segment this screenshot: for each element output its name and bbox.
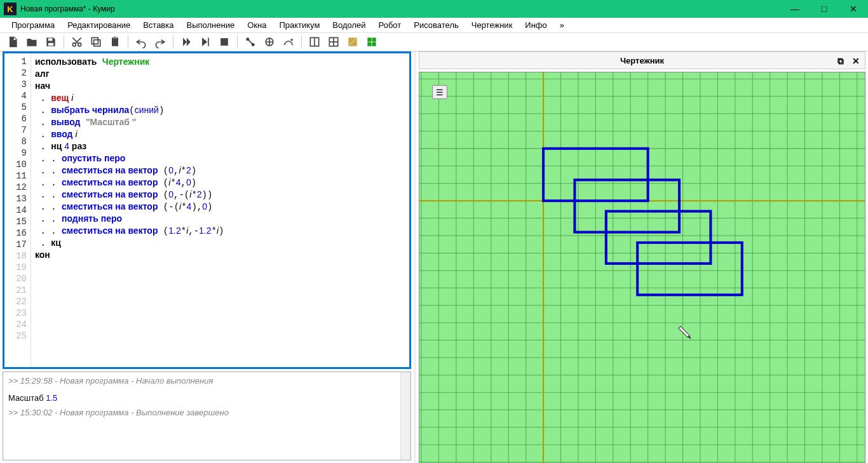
layout-button-1[interactable] <box>306 33 323 51</box>
cut-button[interactable] <box>68 33 86 51</box>
drafter-canvas[interactable]: ☰ <box>419 72 865 463</box>
left-pane: 1234567891011121314151617181920212223242… <box>0 51 416 463</box>
menu-painter[interactable]: Рисователь <box>407 18 465 32</box>
menu-drafter[interactable]: Чертежник <box>465 18 519 32</box>
console: >> 15:29:58 - Новая программа - Начало в… <box>3 372 411 460</box>
stop-button[interactable] <box>215 33 233 51</box>
menu-insert[interactable]: Вставка <box>137 18 180 32</box>
svg-rect-7 <box>114 37 117 39</box>
svg-rect-81 <box>637 243 742 295</box>
actor-button-1[interactable] <box>241 33 259 51</box>
main-area: 1234567891011121314151617181920212223242… <box>0 51 868 463</box>
panel-close-button[interactable]: ✕ <box>850 55 862 67</box>
code-content[interactable]: использовать Чертежник алг нач . вещ i .… <box>31 53 409 367</box>
svg-rect-82 <box>679 326 689 337</box>
app-icon: K <box>4 3 17 15</box>
svg-rect-80 <box>606 211 711 264</box>
maximize-button[interactable]: □ <box>810 0 839 18</box>
actor-button-3[interactable] <box>280 33 297 51</box>
window-title: Новая программа* - Кумир <box>20 4 115 13</box>
menu-execute[interactable]: Выполнение <box>180 18 241 32</box>
menu-robot[interactable]: Робот <box>372 18 408 32</box>
save-file-button[interactable] <box>42 33 60 51</box>
console-output-line: Масштаб 1.5 <box>8 393 395 403</box>
menu-practicum[interactable]: Практикум <box>273 18 326 32</box>
menu-program[interactable]: Программа <box>5 18 61 32</box>
svg-rect-6 <box>112 37 118 46</box>
titlebar: K Новая программа* - Кумир — □ ✕ <box>0 0 868 18</box>
step-button[interactable] <box>196 33 214 51</box>
redo-button[interactable] <box>151 33 169 51</box>
svg-rect-9 <box>220 38 228 46</box>
svg-rect-1 <box>48 43 53 46</box>
paste-button[interactable] <box>106 33 124 51</box>
layout-button-2[interactable] <box>325 33 342 51</box>
menu-info[interactable]: Инфо <box>519 18 553 32</box>
undo-button[interactable] <box>132 33 150 51</box>
menu-windows[interactable]: Окна <box>241 18 273 32</box>
console-output[interactable]: >> 15:29:58 - Новая программа - Начало в… <box>3 372 400 460</box>
console-scrollbar-vertical[interactable] <box>400 372 410 460</box>
canvas-menu-button[interactable]: ☰ <box>432 85 447 99</box>
run-button[interactable] <box>177 33 195 51</box>
svg-rect-79 <box>574 180 679 232</box>
menu-edit[interactable]: Редактирование <box>61 18 137 32</box>
close-button[interactable]: ✕ <box>839 0 868 18</box>
minimize-button[interactable]: — <box>780 0 810 18</box>
code-editor[interactable]: 1234567891011121314151617181920212223242… <box>3 51 411 369</box>
open-file-button[interactable] <box>23 33 41 51</box>
drafter-panel-header: Чертежник ⧉ ✕ <box>419 51 865 69</box>
svg-rect-0 <box>48 38 53 41</box>
console-log-line: >> 15:30:02 - Новая программа - Выполнен… <box>8 408 395 417</box>
svg-point-13 <box>290 39 292 41</box>
toolbar <box>0 33 868 51</box>
drafter-panel-title: Чертежник <box>620 56 664 65</box>
menu-vodoley[interactable]: Водолей <box>326 18 372 32</box>
layout-button-3[interactable] <box>344 33 362 51</box>
line-gutter: 1234567891011121314151617181920212223242… <box>4 53 31 367</box>
menu-more[interactable]: » <box>553 18 571 32</box>
svg-rect-8 <box>208 37 209 46</box>
layout-button-4[interactable] <box>363 33 381 51</box>
console-log-line: >> 15:29:58 - Новая программа - Начало в… <box>8 376 395 386</box>
copy-button[interactable] <box>87 33 105 51</box>
menubar: Программа Редактирование Вставка Выполне… <box>0 18 868 33</box>
right-pane: Чертежник ⧉ ✕ ☰ <box>416 51 868 463</box>
panel-popout-button[interactable]: ⧉ <box>834 55 847 67</box>
actor-button-2[interactable] <box>261 33 278 51</box>
svg-rect-5 <box>94 40 100 46</box>
drafter-drawing <box>419 72 865 463</box>
svg-rect-4 <box>92 37 98 44</box>
new-file-button[interactable] <box>4 33 22 51</box>
